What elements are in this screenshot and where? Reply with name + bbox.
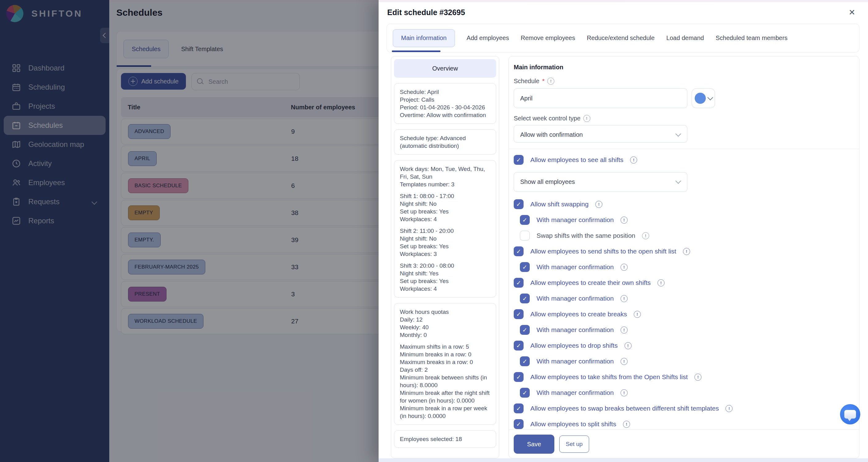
permission-row: With manager confirmation: [520, 293, 852, 304]
schedule-name-input[interactable]: [514, 88, 687, 108]
overview-line: Minimum break after the night shift for …: [400, 389, 490, 404]
overview-line: Daily: 12: [400, 316, 490, 323]
overview-line: Night shift: Yes: [400, 269, 490, 277]
checkbox[interactable]: [520, 215, 530, 225]
overview-line: Project: Calls: [400, 96, 490, 104]
overview-line: Set up breaks: Yes: [400, 242, 490, 250]
overview-line: Employees selected: 18: [400, 435, 490, 443]
week-control-label-text: Select week control type: [514, 115, 581, 122]
permission-row: Allow employees to send shifts to the op…: [514, 246, 852, 257]
week-control-select[interactable]: Allow with confirmation: [514, 125, 687, 143]
info-icon[interactable]: [621, 358, 628, 365]
info-icon[interactable]: [642, 232, 649, 239]
info-icon[interactable]: [683, 248, 690, 255]
permission-label: Allow employees to take shifts from the …: [530, 373, 688, 381]
color-swatch: [695, 93, 706, 104]
info-icon[interactable]: [621, 295, 628, 302]
permission-label: With manager confirmation: [536, 326, 614, 334]
overview-line: Days off: 2: [400, 366, 490, 374]
permission-row: Swap shifts with the same position: [520, 230, 852, 241]
overview-line: Maximum shifts in a row: 5: [400, 343, 490, 350]
permission-label: Swap shifts with the same position: [536, 232, 635, 239]
info-icon[interactable]: [623, 421, 630, 428]
checkbox[interactable]: [520, 388, 530, 398]
checkbox[interactable]: [514, 372, 524, 382]
info-icon[interactable]: [621, 326, 628, 334]
info-icon[interactable]: [583, 115, 590, 122]
checkbox[interactable]: [514, 419, 524, 429]
schedule-input-row: [514, 88, 859, 108]
overview-line: Overtime: Allow with confirmation: [400, 111, 490, 119]
checkbox[interactable]: [514, 278, 524, 288]
overview-line: Shift 1: 08:00 - 17:00: [400, 192, 490, 200]
overview-line: Set up breaks: Yes: [400, 208, 490, 215]
overview-line: Workplaces: 3: [400, 250, 490, 258]
overview-line: Minimum breaks in a row: 0: [400, 350, 490, 358]
tab-add-employees[interactable]: Add employees: [467, 34, 509, 41]
permission-row: Allow shift swapping: [514, 199, 852, 209]
checkbox[interactable]: [514, 247, 524, 256]
info-icon[interactable]: [630, 156, 637, 164]
tab-main-information[interactable]: Main information: [393, 29, 455, 47]
tab-remove-employees[interactable]: Remove employees: [521, 34, 575, 41]
permission-row: Allow employees to take shifts from the …: [514, 372, 852, 382]
checkbox[interactable]: [520, 262, 530, 272]
tab-scheduled-team-members[interactable]: Scheduled team members: [716, 34, 787, 41]
required-asterisk: *: [542, 78, 545, 85]
info-icon[interactable]: [621, 216, 628, 224]
permission-row: With manager confirmation: [520, 215, 852, 225]
overview-line: Night shift: No: [400, 235, 490, 242]
schedule-color-picker[interactable]: [692, 88, 715, 108]
info-icon[interactable]: [621, 264, 628, 271]
modal-backdrop[interactable]: [0, 0, 379, 462]
permission-row: With manager confirmation: [520, 262, 852, 272]
checkbox[interactable]: [514, 199, 524, 209]
info-icon[interactable]: [547, 78, 554, 85]
overview-workdays-card: Work days: Mon, Tue, Wed, Thu, Fri, Sat,…: [394, 160, 496, 297]
checkbox[interactable]: [520, 231, 530, 240]
info-icon[interactable]: [725, 405, 733, 412]
info-icon[interactable]: [621, 389, 628, 396]
close-icon[interactable]: [846, 7, 858, 18]
overview-line: Night shift: No: [400, 200, 490, 208]
checkbox[interactable]: [514, 341, 524, 350]
checkbox[interactable]: [514, 309, 524, 319]
chat-widget-button[interactable]: [840, 404, 860, 425]
checkbox[interactable]: [520, 293, 530, 304]
info-icon[interactable]: [595, 201, 602, 208]
permission-row: With manager confirmation: [520, 387, 852, 398]
checkbox[interactable]: [520, 325, 530, 335]
app-window: SHIFTON Dashboard Scheduling Projects Sc…: [0, 0, 868, 462]
permission-label: Allow shift swapping: [530, 201, 589, 208]
checkbox[interactable]: [514, 155, 524, 165]
overview-type-card: Schedule type: Advanced (automatic distr…: [394, 129, 496, 154]
permission-row: Allow employees to see all shifts: [514, 154, 852, 165]
overview-line: Workplaces: 4: [400, 215, 490, 223]
tab-reduce-extend-schedule[interactable]: Reduce/extend schedule: [587, 34, 654, 41]
overview-general-card: Schedule: April Project: Calls Period: 0…: [394, 83, 496, 124]
info-icon[interactable]: [634, 311, 641, 318]
form-footer: Save Set up: [509, 429, 859, 458]
tab-load-demand[interactable]: Load demand: [666, 34, 704, 41]
permission-row: Allow employees to create their own shif…: [514, 278, 852, 288]
checkbox[interactable]: [520, 356, 530, 366]
week-control-value: Allow with confirmation: [520, 125, 583, 144]
permission-label: Allow employees to swap breaks between d…: [530, 405, 719, 412]
week-control-label: Select week control type: [514, 115, 859, 122]
info-icon[interactable]: [694, 374, 702, 381]
info-icon[interactable]: [657, 279, 664, 286]
setup-button[interactable]: Set up: [559, 435, 589, 453]
permission-label: With manager confirmation: [536, 216, 614, 224]
permission-label: Allow employees to drop shifts: [530, 342, 618, 349]
overview-button[interactable]: Overview: [394, 59, 496, 78]
overview-line: Period: 01-04-2026 - 30-04-2026: [400, 104, 490, 111]
overview-line: Maximum breaks in a row: 0: [400, 358, 490, 366]
save-button[interactable]: Save: [514, 435, 554, 454]
info-icon[interactable]: [624, 342, 631, 349]
permission-row: With manager confirmation: [520, 356, 852, 367]
checkbox[interactable]: [514, 403, 524, 413]
permission-row: Allow employees to create breaks: [514, 309, 852, 319]
overview-line: Work days: Mon, Tue, Wed, Thu, Fri, Sat,…: [400, 165, 490, 180]
permission-label: Allow employees to create breaks: [530, 311, 627, 318]
shift-visibility-select[interactable]: Show all employees: [514, 172, 687, 192]
